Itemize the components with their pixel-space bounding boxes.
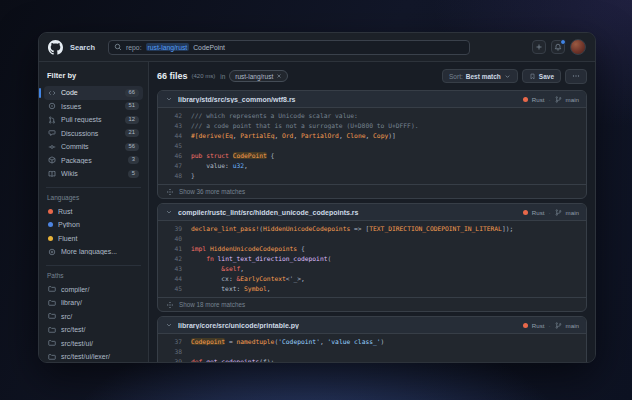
- sidebar-item-pull-requests[interactable]: Pull requests12: [44, 113, 143, 127]
- sidebar-item-wikis[interactable]: Wikis5: [44, 167, 143, 181]
- show-more-matches-button[interactable]: Show 18 more matches: [158, 297, 586, 311]
- code-line[interactable]: 45 text: Symbol,: [158, 284, 586, 294]
- close-icon[interactable]: [276, 73, 282, 79]
- code-line[interactable]: 44#[derive(Eq, PartialEq, Ord, PartialOr…: [158, 131, 586, 141]
- path-item-src-test[interactable]: src/test/: [44, 323, 143, 337]
- git-branch-icon: [555, 96, 562, 103]
- result-card-header[interactable]: library/core/src/unicode/printable.pyRus…: [158, 317, 586, 334]
- sidebar-item-discussions[interactable]: Discussions21: [44, 127, 143, 141]
- path-label: src/test/ui/lexer/: [61, 353, 139, 360]
- code-text: fn lint_text_direction_codepoint(: [191, 254, 331, 264]
- code-line[interactable]: 43 &self,: [158, 264, 586, 274]
- chevron-down-icon: [165, 321, 173, 329]
- avatar[interactable]: [570, 39, 586, 55]
- code-line[interactable]: 38: [158, 347, 586, 357]
- package-icon: [48, 156, 56, 164]
- path-item-library[interactable]: library/: [44, 296, 143, 310]
- separator: ·: [549, 322, 551, 329]
- count-badge: 66: [125, 89, 139, 97]
- show-more-label: Show 36 more matches: [179, 188, 245, 195]
- language-item-fluent[interactable]: Fluent: [44, 232, 143, 246]
- save-button[interactable]: Save: [522, 69, 561, 83]
- sidebar-item-issues[interactable]: Issues51: [44, 100, 143, 114]
- line-number: 45: [158, 141, 191, 151]
- result-card-header[interactable]: library/std/src/sys_common/wtf8.rsRust·m…: [158, 91, 586, 108]
- file-meta: Rust·main: [523, 96, 579, 103]
- sidebar-item-label: Pull requests: [61, 116, 120, 123]
- path-item-src[interactable]: src/: [44, 310, 143, 324]
- code-line[interactable]: 39def get_codepoints(f):: [158, 357, 586, 362]
- count-badge: 21: [125, 129, 139, 137]
- languages-heading: Languages: [47, 194, 143, 201]
- count-badge: 56: [125, 143, 139, 151]
- kebab-icon: [572, 72, 580, 80]
- more-languages-button[interactable]: More languages...: [44, 245, 143, 259]
- code-line[interactable]: 42 fn lint_text_direction_codepoint(: [158, 254, 586, 264]
- pr-icon: [48, 116, 56, 124]
- file-path[interactable]: compiler/rustc_lint/src/hidden_unicode_c…: [178, 209, 359, 216]
- search-icon: [114, 43, 122, 51]
- code-line[interactable]: 47 value: u32,: [158, 161, 586, 171]
- code-line[interactable]: 45: [158, 141, 586, 151]
- sidebar: Filter by Code66Issues51Pull requests12D…: [39, 62, 149, 362]
- sort-prefix: Sort:: [449, 73, 463, 80]
- path-label: library/: [61, 299, 139, 306]
- sidebar-item-packages[interactable]: Packages3: [44, 154, 143, 168]
- result-card: library/core/src/unicode/printable.pyRus…: [157, 316, 587, 362]
- repo-filter-tag[interactable]: rust-lang/rust: [229, 70, 288, 82]
- path-label: src/test/: [61, 326, 139, 333]
- path-label: src/: [61, 313, 139, 320]
- search-input[interactable]: repo: rust-lang/rust CodePoint: [108, 40, 470, 55]
- sidebar-item-code[interactable]: Code66: [44, 86, 143, 100]
- results-count: 66 files: [157, 71, 188, 81]
- github-logo-icon[interactable]: [48, 40, 63, 55]
- separator: ·: [549, 209, 551, 216]
- folder-icon: [48, 326, 56, 334]
- separator: ·: [549, 96, 551, 103]
- code-line[interactable]: 48}: [158, 171, 586, 181]
- code-line[interactable]: 40: [158, 234, 586, 244]
- sidebar-item-commits[interactable]: Commits56: [44, 140, 143, 154]
- language-label: Python: [58, 221, 139, 228]
- branch-label: main: [566, 96, 579, 103]
- path-item-src-test-ui[interactable]: src/test/ui/: [44, 337, 143, 351]
- language-item-rust[interactable]: Rust: [44, 205, 143, 219]
- path-item-src-test-ui-lexer[interactable]: src/test/ui/lexer/: [44, 350, 143, 362]
- sort-dropdown[interactable]: Sort: Best match: [442, 69, 518, 83]
- file-meta: Rust·main: [523, 322, 579, 329]
- code-line[interactable]: 41impl HiddenUnicodeCodepoints {: [158, 244, 586, 254]
- code-snippet: 37Codepoint = namedtuple('Codepoint', 'v…: [158, 334, 586, 362]
- save-label: Save: [539, 73, 554, 80]
- result-card-header[interactable]: compiler/rustc_lint/src/hidden_unicode_c…: [158, 204, 586, 221]
- more-options-button[interactable]: [565, 69, 587, 84]
- show-more-matches-button[interactable]: Show 36 more matches: [158, 184, 586, 198]
- path-label: compiler/: [61, 286, 139, 293]
- code-text: declare_lint_pass!(HiddenUnicodeCodepoin…: [191, 224, 513, 234]
- code-line[interactable]: 42/// which represents a Unicode scalar …: [158, 111, 586, 121]
- code-text: }: [191, 171, 195, 181]
- code-snippet: 39declare_lint_pass!(HiddenUnicodeCodepo…: [158, 221, 586, 297]
- notifications-button[interactable]: [551, 40, 565, 54]
- code-line[interactable]: 46pub struct CodePoint {: [158, 151, 586, 161]
- line-number: 47: [158, 161, 191, 171]
- code-text: /// a code point that is not a surrogate…: [191, 121, 418, 131]
- code-text: impl HiddenUnicodeCodepoints {: [191, 244, 305, 254]
- code-line[interactable]: 39declare_lint_pass!(HiddenUnicodeCodepo…: [158, 224, 586, 234]
- path-item-compiler[interactable]: compiler/: [44, 283, 143, 297]
- app-window: Search repo: rust-lang/rust CodePoint Fi…: [38, 32, 596, 363]
- code-line[interactable]: 37Codepoint = namedtuple('Codepoint', 'v…: [158, 337, 586, 347]
- unfold-icon: [166, 188, 174, 196]
- code-line[interactable]: 44 cx: &EarlyContext<'_>,: [158, 274, 586, 284]
- line-number: 45: [158, 284, 191, 294]
- language-item-python[interactable]: Python: [44, 218, 143, 232]
- code-snippet: 42/// which represents a Unicode scalar …: [158, 108, 586, 184]
- file-path[interactable]: library/core/src/unicode/printable.py: [178, 322, 299, 329]
- code-text: cx: &EarlyContext<'_>,: [191, 274, 305, 284]
- create-new-button[interactable]: [532, 40, 546, 54]
- code-line[interactable]: 43/// a code point that is not a surroga…: [158, 121, 586, 131]
- sidebar-item-label: Commits: [61, 143, 120, 150]
- search-repo-pill: rust-lang/rust: [146, 43, 190, 51]
- count-badge: 51: [125, 102, 139, 110]
- file-path[interactable]: library/std/src/sys_common/wtf8.rs: [178, 96, 296, 103]
- line-number: 43: [158, 121, 191, 131]
